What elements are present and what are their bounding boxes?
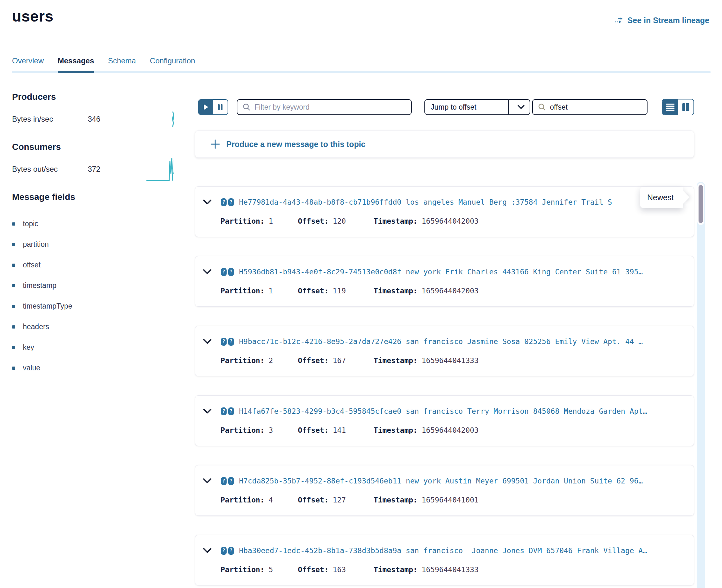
timestamp-label: Timestamp:: [374, 356, 417, 365]
message-value-preview: new york Austin Meyer 699501 Jordan Unio…: [406, 477, 643, 485]
chevron-down-icon[interactable]: [513, 105, 530, 109]
partition-label: Partition:: [221, 496, 264, 504]
message-row[interactable]: ?? H5936db81-b943-4e0f-8c29-74513e0c0d8f…: [195, 256, 694, 307]
message-field-item[interactable]: offset: [12, 255, 185, 275]
chevron-down-icon[interactable]: [203, 339, 211, 344]
produce-message-button[interactable]: Produce a new message to this topic: [195, 130, 694, 158]
pause-button[interactable]: [213, 100, 228, 114]
partition-value: 5: [268, 566, 273, 574]
unprintable-char-icon: ??: [221, 338, 234, 345]
offset-search-input[interactable]: [550, 103, 644, 111]
bullet-square-icon: [12, 243, 15, 246]
page-title: users: [12, 7, 54, 25]
offset-label: Offset:: [298, 426, 329, 434]
timestamp-value: 1659644042003: [421, 426, 479, 434]
timestamp-meta: Timestamp: 1659644042003: [374, 287, 479, 295]
keyword-filter-input[interactable]: [254, 103, 406, 111]
message-field-label: value: [23, 364, 40, 372]
bullet-square-icon: [12, 305, 15, 308]
offset-label: Offset:: [298, 217, 329, 225]
partition-value: 1: [268, 217, 273, 225]
list-view-button[interactable]: [662, 100, 678, 115]
message-value-preview: san francisco Joanne Jones DVM 657046 Fr…: [406, 546, 647, 555]
message-field-item[interactable]: value: [12, 358, 185, 378]
timestamp-value: 1659644041001: [421, 496, 479, 504]
message-field-item[interactable]: topic: [12, 213, 185, 234]
stream-lineage-link[interactable]: See in Stream lineage: [614, 16, 709, 25]
message-fields-list: topic partition offset timestamp timesta…: [12, 213, 185, 378]
messages-scrollbar-thumb[interactable]: [699, 185, 703, 223]
partition-meta: Partition: 3: [221, 426, 293, 434]
message-row[interactable]: ?? H14fa67fe-5823-4299-b3c4-595845cfcae0…: [195, 395, 694, 446]
chevron-down-icon[interactable]: [203, 269, 211, 274]
tab-schema[interactable]: Schema: [108, 56, 136, 73]
message-row[interactable]: ?? He77981da-4a43-48ab-b8f8-cb71b96ffdd0…: [195, 186, 694, 237]
partition-value: 1: [268, 287, 273, 295]
consumers-heading: Consumers: [12, 142, 185, 152]
play-button[interactable]: [199, 100, 213, 114]
message-field-item[interactable]: timestamp: [12, 275, 185, 296]
bytes-out-value: 372: [88, 165, 101, 173]
chevron-down-icon[interactable]: [203, 409, 211, 414]
select-divider: [508, 100, 509, 114]
message-field-item[interactable]: key: [12, 337, 185, 358]
timestamp-label: Timestamp:: [374, 217, 417, 225]
keyword-filter-field: [237, 99, 412, 115]
pause-icon: [218, 104, 223, 110]
bullet-square-icon: [12, 284, 15, 287]
partition-meta: Partition: 5: [221, 566, 293, 574]
produce-message-label: Produce a new message to this topic: [226, 140, 366, 149]
timestamp-label: Timestamp:: [374, 426, 417, 434]
message-value-preview: new york Erik Charles 443166 King Center…: [406, 268, 643, 276]
timestamp-label: Timestamp:: [374, 566, 417, 574]
column-view-button[interactable]: [678, 100, 694, 115]
tab-messages[interactable]: Messages: [58, 56, 94, 73]
message-row[interactable]: ?? H7cda825b-35b7-4952-88ef-c193d546eb11…: [195, 465, 694, 516]
message-row[interactable]: ?? H9bacc71c-b12c-4216-8e95-2a7da727e426…: [195, 326, 694, 376]
offset-meta: Offset: 119: [298, 287, 369, 295]
jump-to-offset-select[interactable]: Jump to offset: [425, 99, 530, 115]
partition-value: 3: [268, 426, 273, 434]
offset-label: Offset:: [298, 566, 329, 574]
tab-configuration[interactable]: Configuration: [150, 56, 195, 73]
timestamp-label: Timestamp:: [374, 496, 417, 504]
message-row[interactable]: ?? Hba30eed7-1edc-452b-8b1a-738d3b5d8a9a…: [195, 535, 694, 586]
timestamp-value: 1659644041333: [421, 356, 479, 365]
message-meta-line: Partition: 3 Offset: 141 Timestamp: 1659…: [221, 426, 479, 434]
message-field-item[interactable]: timestampType: [12, 296, 185, 316]
messages-scrollbar-track[interactable]: [697, 182, 705, 588]
tab-overview[interactable]: Overview: [12, 56, 44, 73]
bytes-in-sparkline: [156, 109, 179, 134]
partition-meta: Partition: 4: [221, 496, 293, 504]
message-field-item[interactable]: partition: [12, 234, 185, 255]
bytes-in-value: 346: [88, 115, 101, 123]
offset-search-field: [532, 99, 647, 115]
bullet-square-icon: [12, 264, 15, 267]
message-value-preview: san francisco Jasmine Sosa 025256 Emily …: [406, 337, 643, 345]
timestamp-meta: Timestamp: 1659644041333: [374, 356, 479, 365]
partition-meta: Partition: 2: [221, 356, 293, 365]
offset-meta: Offset: 163: [298, 566, 369, 574]
timestamp-label: Timestamp:: [374, 287, 417, 295]
message-header-line: ?? H5936db81-b943-4e0f-8c29-74513e0c0d8f…: [203, 268, 643, 276]
message-value-preview: los angeles Manuel Berg :37584 Jennifer …: [406, 198, 612, 206]
chevron-down-icon[interactable]: [203, 200, 211, 205]
message-field-item[interactable]: headers: [12, 316, 185, 337]
bullet-square-icon: [12, 326, 15, 329]
partition-meta: Partition: 1: [221, 287, 293, 295]
message-field-label: headers: [23, 322, 49, 331]
partition-value: 4: [268, 496, 273, 504]
partition-meta: Partition: 1: [221, 217, 293, 225]
offset-value: 163: [333, 566, 346, 574]
chevron-down-icon[interactable]: [203, 548, 211, 553]
message-meta-line: Partition: 1 Offset: 119 Timestamp: 1659…: [221, 287, 479, 295]
message-header-line: ?? H14fa67fe-5823-4299-b3c4-595845cfcae0…: [203, 407, 647, 415]
bytes-out-metric: Bytes out/sec 372: [12, 165, 185, 174]
partition-label: Partition:: [221, 566, 264, 574]
view-mode-toggle: [662, 99, 694, 115]
message-header-line: ?? H7cda825b-35b7-4952-88ef-c193d546eb11…: [203, 477, 643, 485]
chevron-down-icon[interactable]: [203, 478, 211, 483]
offset-meta: Offset: 127: [298, 496, 369, 504]
message-meta-line: Partition: 2 Offset: 167 Timestamp: 1659…: [221, 356, 479, 365]
unprintable-char-icon: ??: [221, 198, 234, 206]
